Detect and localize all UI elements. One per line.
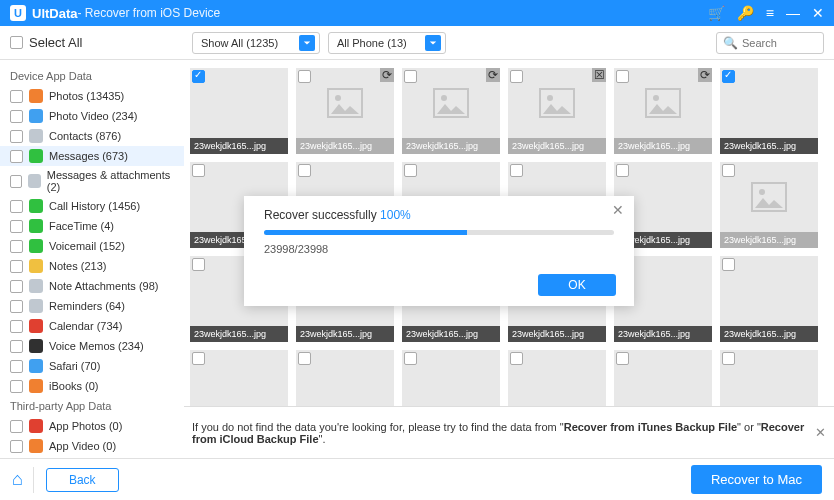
thumb-checkbox[interactable] xyxy=(616,70,629,83)
sidebar-item-checkbox[interactable] xyxy=(10,240,23,253)
sidebar-item-checkbox[interactable] xyxy=(10,340,23,353)
thumbnail[interactable]: ⟳23wekjdk165...jpg xyxy=(614,68,712,154)
thumb-checkbox[interactable] xyxy=(510,164,523,177)
sidebar-item-checkbox[interactable] xyxy=(10,360,23,373)
sidebar-item[interactable]: Messages (673) xyxy=(0,146,184,166)
sidebar-item-label: Call History (1456) xyxy=(49,200,140,212)
thumb-checkbox[interactable] xyxy=(616,164,629,177)
thumb-checkbox[interactable] xyxy=(404,164,417,177)
sidebar-item-checkbox[interactable] xyxy=(10,280,23,293)
category-icon xyxy=(29,89,43,103)
thumb-checkbox[interactable] xyxy=(510,352,523,365)
recover-dialog: ✕ Recover successfully 100% 23998/23998 … xyxy=(244,196,634,306)
sidebar-item[interactable]: Reminders (64) xyxy=(0,296,184,316)
category-icon xyxy=(29,149,43,163)
key-icon[interactable]: 🔑 xyxy=(737,5,754,21)
sidebar-item[interactable]: iBooks (0) xyxy=(0,376,184,396)
sidebar-item[interactable]: Note Attachments (98) xyxy=(0,276,184,296)
sidebar-item-label: iBooks (0) xyxy=(49,380,99,392)
thumb-caption: 23wekjdk165...jpg xyxy=(402,326,500,342)
thumb-checkbox[interactable] xyxy=(722,70,735,83)
sidebar-item[interactable]: Calendar (734) xyxy=(0,316,184,336)
menu-icon[interactable]: ≡ xyxy=(766,5,774,21)
hint-close-icon[interactable]: ✕ xyxy=(807,425,826,440)
thumb-checkbox[interactable] xyxy=(298,164,311,177)
thumb-checkbox[interactable] xyxy=(510,70,523,83)
back-button[interactable]: Back xyxy=(46,468,119,492)
dialog-counts: 23998/23998 xyxy=(264,243,614,255)
ok-button[interactable]: OK xyxy=(538,274,616,296)
home-icon[interactable]: ⌂ xyxy=(12,469,23,490)
sidebar-item[interactable]: Notes (213) xyxy=(0,256,184,276)
thumbnail[interactable]: 23wekjdk165...jpg xyxy=(720,162,818,248)
sidebar-item-checkbox[interactable] xyxy=(10,260,23,273)
thumb-checkbox[interactable] xyxy=(192,70,205,83)
thumb-checkbox[interactable] xyxy=(404,70,417,83)
thumb-checkbox[interactable] xyxy=(298,70,311,83)
thumbnail[interactable]: 23wekjdk165...jpg xyxy=(720,256,818,342)
sidebar-item-checkbox[interactable] xyxy=(10,440,23,453)
thumb-checkbox[interactable] xyxy=(192,164,205,177)
placeholder-icon xyxy=(433,88,469,118)
sidebar-item-checkbox[interactable] xyxy=(10,110,23,123)
sidebar-item[interactable]: Safari (70) xyxy=(0,356,184,376)
status-icon: ⟳ xyxy=(698,68,712,82)
thumb-checkbox[interactable] xyxy=(192,352,205,365)
search-box[interactable]: 🔍 xyxy=(716,32,824,54)
search-input[interactable] xyxy=(742,37,812,49)
sidebar-item-label: Note Attachments (98) xyxy=(49,280,158,292)
sidebar-item-checkbox[interactable] xyxy=(10,420,23,433)
recover-button[interactable]: Recover to Mac xyxy=(691,465,822,494)
sidebar-item-checkbox[interactable] xyxy=(10,130,23,143)
thumbnail[interactable]: ☒23wekjdk165...jpg xyxy=(508,68,606,154)
sidebar-item[interactable]: Voicemail (152) xyxy=(0,236,184,256)
sidebar-item[interactable]: FaceTime (4) xyxy=(0,216,184,236)
status-icon: ⟳ xyxy=(486,68,500,82)
thumb-caption: 23wekjdk165...jpg xyxy=(720,326,818,342)
sidebar-item-checkbox[interactable] xyxy=(10,150,23,163)
select-all-checkbox[interactable] xyxy=(10,36,23,49)
category-icon xyxy=(29,109,43,123)
category-icon xyxy=(29,439,43,453)
sidebar-item-checkbox[interactable] xyxy=(10,320,23,333)
title-bar: U UltData - Recover from iOS Device 🛒 🔑 … xyxy=(0,0,834,26)
thumb-checkbox[interactable] xyxy=(192,258,205,271)
cart-icon[interactable]: 🛒 xyxy=(708,5,725,21)
app-logo: U xyxy=(10,5,26,21)
sidebar-item-checkbox[interactable] xyxy=(10,380,23,393)
sidebar-item-checkbox[interactable] xyxy=(10,300,23,313)
thumb-checkbox[interactable] xyxy=(404,352,417,365)
sidebar-item[interactable]: Photo Video (234) xyxy=(0,106,184,126)
close-icon[interactable]: ✕ xyxy=(812,5,824,21)
thumbnail[interactable]: ⟳23wekjdk165...jpg xyxy=(296,68,394,154)
sidebar-group-device: Device App Data xyxy=(0,66,184,86)
thumbnail[interactable]: ⟳23wekjdk165...jpg xyxy=(402,68,500,154)
thumb-checkbox[interactable] xyxy=(722,258,735,271)
hint-link-itunes[interactable]: Recover from iTunes Backup File xyxy=(564,421,737,433)
minimize-icon[interactable]: — xyxy=(786,5,800,21)
thumb-checkbox[interactable] xyxy=(616,352,629,365)
category-icon xyxy=(28,174,41,188)
svg-point-3 xyxy=(441,95,447,101)
thumb-caption: 23wekjdk165...jpg xyxy=(296,138,394,154)
sidebar-item-checkbox[interactable] xyxy=(10,175,22,188)
thumb-checkbox[interactable] xyxy=(722,352,735,365)
sidebar-item[interactable]: Messages & attachments (2) xyxy=(0,166,184,196)
sidebar-item[interactable]: Photos (13435) xyxy=(0,86,184,106)
sidebar-item[interactable]: Call History (1456) xyxy=(0,196,184,216)
sidebar-item-checkbox[interactable] xyxy=(10,200,23,213)
thumbnail[interactable]: 23wekjdk165...jpg xyxy=(720,68,818,154)
thumb-checkbox[interactable] xyxy=(722,164,735,177)
sidebar-item-checkbox[interactable] xyxy=(10,90,23,103)
sidebar-item[interactable]: App Video (0) xyxy=(0,436,184,456)
sidebar-item[interactable]: Contacts (876) xyxy=(0,126,184,146)
sidebar-item-label: Voicemail (152) xyxy=(49,240,125,252)
thumb-checkbox[interactable] xyxy=(298,352,311,365)
thumbnail[interactable]: 23wekjdk165...jpg xyxy=(190,68,288,154)
dialog-close-icon[interactable]: ✕ xyxy=(612,202,624,218)
filter-show-dropdown[interactable]: Show All (1235) xyxy=(192,32,320,54)
sidebar-item[interactable]: Voice Memos (234) xyxy=(0,336,184,356)
sidebar-item[interactable]: App Photos (0) xyxy=(0,416,184,436)
sidebar-item-checkbox[interactable] xyxy=(10,220,23,233)
filter-device-dropdown[interactable]: All Phone (13) xyxy=(328,32,446,54)
